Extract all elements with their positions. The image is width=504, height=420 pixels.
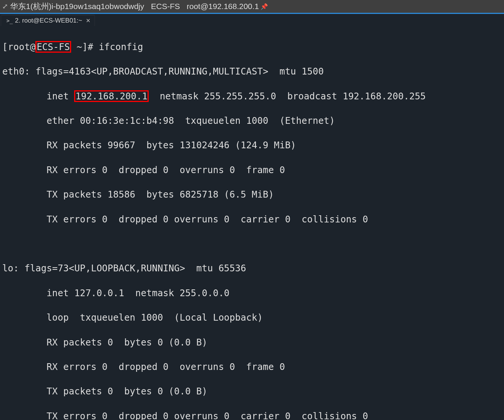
pin-icon[interactable]: 📌	[260, 3, 268, 10]
prompt-suffix: ~]#	[71, 41, 99, 52]
ifconfig-lo-line: lo: flags=73<UP,LOOPBACK,RUNNING> mtu 65…	[2, 262, 502, 275]
terminal-tab[interactable]: >_ 2. root@ECS-WEB01:~ ✕	[1, 15, 95, 26]
prompt-prefix: [root@	[2, 41, 35, 52]
ifconfig-line: ether 00:16:3e:1c:b4:98 txqueuelen 1000 …	[2, 115, 502, 127]
ifconfig-line: RX errors 0 dropped 0 overruns 0 frame 0	[2, 164, 502, 177]
ifconfig-line: loop txqueuelen 1000 (Local Loopback)	[2, 312, 502, 324]
ip-highlight: 192.168.200.1	[74, 90, 148, 102]
terminal-output[interactable]: [root@ECS-FS ~]# ifconfig eth0: flags=41…	[0, 26, 504, 420]
tab-strip: >_ 2. root@ECS-WEB01:~ ✕	[0, 14, 504, 26]
ifconfig-line: TX packets 18586 bytes 6825718 (6.5 MiB)	[2, 189, 502, 201]
command-ifconfig: ifconfig	[99, 41, 143, 52]
ifconfig-line: RX errors 0 dropped 0 overruns 0 frame 0	[2, 361, 502, 373]
terminal-icon: >_	[6, 18, 13, 24]
ifconfig-line: RX packets 99667 bytes 131024246 (124.9 …	[2, 139, 502, 152]
ifconfig-eth0-line: eth0: flags=4163<UP,BROADCAST,RUNNING,MU…	[2, 65, 502, 78]
titlebar-userhost: root@192.168.200.1	[187, 2, 259, 11]
ifconfig-line: TX packets 0 bytes 0 (0.0 B)	[2, 385, 502, 398]
inet-suffix: netmask 255.255.255.0 broadcast 192.168.…	[149, 91, 426, 102]
ifconfig-inet-line: inet 192.168.200.1 netmask 255.255.255.0…	[2, 90, 502, 103]
ifconfig-line: RX packets 0 bytes 0 (0.0 B)	[2, 336, 502, 349]
ifconfig-line: inet 127.0.0.1 netmask 255.0.0.0	[2, 287, 502, 300]
ifconfig-line: TX errors 0 dropped 0 overruns 0 carrier…	[2, 213, 502, 226]
prompt-line: [root@ECS-FS ~]# ifconfig	[2, 41, 502, 53]
ifconfig-line: TX errors 0 dropped 0 overruns 0 carrier…	[2, 410, 502, 420]
titlebar-hostname: ECS-FS	[151, 2, 180, 11]
window-titlebar: ⤢ 华东1(杭州)i-bp19ow1saq1obwodwdjy ECS-FS r…	[0, 0, 504, 14]
close-icon[interactable]: ✕	[86, 17, 91, 24]
inet-prefix: inet	[2, 91, 74, 102]
tab-label: 2. root@ECS-WEB01:~	[15, 17, 82, 24]
hostname-highlight: ECS-FS	[35, 41, 71, 53]
maximize-icon[interactable]: ⤢	[2, 2, 8, 11]
blank-line	[2, 238, 502, 250]
titlebar-instance: 华东1(杭州)i-bp19ow1saq1obwodwdjy	[10, 1, 144, 12]
